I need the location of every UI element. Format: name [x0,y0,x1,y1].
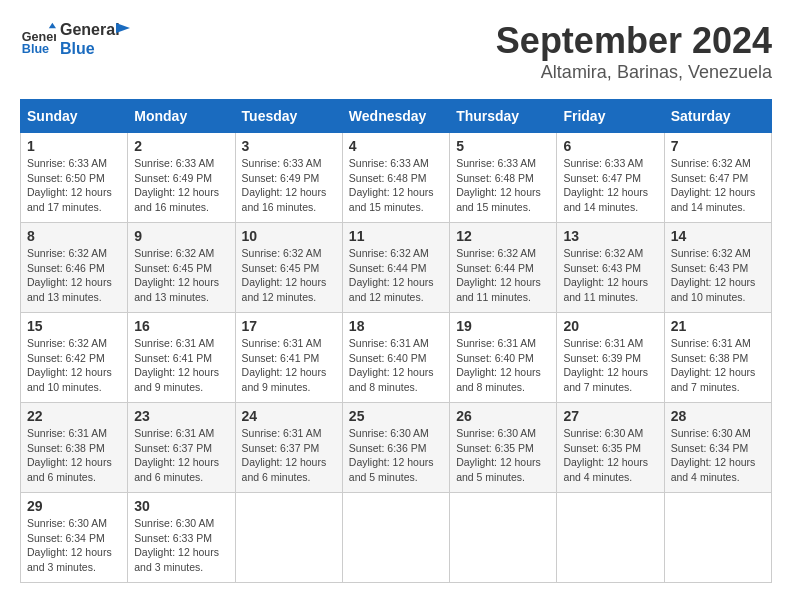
calendar-cell [450,493,557,583]
day-number: 15 [27,318,121,334]
weekday-header-wednesday: Wednesday [342,100,449,133]
day-info: Sunrise: 6:31 AMSunset: 6:37 PMDaylight:… [242,427,327,483]
day-number: 30 [134,498,228,514]
calendar-cell: 27 Sunrise: 6:30 AMSunset: 6:35 PMDaylig… [557,403,664,493]
day-number: 22 [27,408,121,424]
page-header: General Blue General Blue September 2024… [20,20,772,83]
calendar-cell: 30 Sunrise: 6:30 AMSunset: 6:33 PMDaylig… [128,493,235,583]
calendar-cell: 2 Sunrise: 6:33 AMSunset: 6:49 PMDayligh… [128,133,235,223]
week-row-1: 1 Sunrise: 6:33 AMSunset: 6:50 PMDayligh… [21,133,772,223]
svg-marker-2 [49,23,56,28]
calendar-cell: 15 Sunrise: 6:32 AMSunset: 6:42 PMDaylig… [21,313,128,403]
calendar-cell: 5 Sunrise: 6:33 AMSunset: 6:48 PMDayligh… [450,133,557,223]
day-info: Sunrise: 6:31 AMSunset: 6:38 PMDaylight:… [671,337,756,393]
day-info: Sunrise: 6:30 AMSunset: 6:34 PMDaylight:… [671,427,756,483]
day-number: 3 [242,138,336,154]
calendar-table: SundayMondayTuesdayWednesdayThursdayFrid… [20,99,772,583]
week-row-5: 29 Sunrise: 6:30 AMSunset: 6:34 PMDaylig… [21,493,772,583]
day-number: 6 [563,138,657,154]
day-number: 9 [134,228,228,244]
day-info: Sunrise: 6:31 AMSunset: 6:41 PMDaylight:… [242,337,327,393]
calendar-cell: 14 Sunrise: 6:32 AMSunset: 6:43 PMDaylig… [664,223,771,313]
day-number: 23 [134,408,228,424]
day-info: Sunrise: 6:33 AMSunset: 6:48 PMDaylight:… [349,157,434,213]
day-info: Sunrise: 6:33 AMSunset: 6:47 PMDaylight:… [563,157,648,213]
day-number: 16 [134,318,228,334]
day-info: Sunrise: 6:33 AMSunset: 6:49 PMDaylight:… [242,157,327,213]
day-info: Sunrise: 6:32 AMSunset: 6:43 PMDaylight:… [671,247,756,303]
calendar-cell: 17 Sunrise: 6:31 AMSunset: 6:41 PMDaylig… [235,313,342,403]
day-info: Sunrise: 6:30 AMSunset: 6:36 PMDaylight:… [349,427,434,483]
calendar-cell: 29 Sunrise: 6:30 AMSunset: 6:34 PMDaylig… [21,493,128,583]
calendar-cell: 16 Sunrise: 6:31 AMSunset: 6:41 PMDaylig… [128,313,235,403]
day-info: Sunrise: 6:31 AMSunset: 6:38 PMDaylight:… [27,427,112,483]
day-number: 25 [349,408,443,424]
day-number: 27 [563,408,657,424]
weekday-header-thursday: Thursday [450,100,557,133]
day-number: 17 [242,318,336,334]
day-number: 13 [563,228,657,244]
day-number: 4 [349,138,443,154]
location-title: Altamira, Barinas, Venezuela [496,62,772,83]
weekday-header-saturday: Saturday [664,100,771,133]
calendar-cell: 26 Sunrise: 6:30 AMSunset: 6:35 PMDaylig… [450,403,557,493]
day-info: Sunrise: 6:32 AMSunset: 6:42 PMDaylight:… [27,337,112,393]
day-number: 1 [27,138,121,154]
calendar-cell: 28 Sunrise: 6:30 AMSunset: 6:34 PMDaylig… [664,403,771,493]
logo-icon: General Blue [20,21,56,57]
calendar-cell: 20 Sunrise: 6:31 AMSunset: 6:39 PMDaylig… [557,313,664,403]
calendar-cell [235,493,342,583]
day-info: Sunrise: 6:31 AMSunset: 6:40 PMDaylight:… [349,337,434,393]
day-info: Sunrise: 6:30 AMSunset: 6:35 PMDaylight:… [563,427,648,483]
day-number: 21 [671,318,765,334]
calendar-cell: 23 Sunrise: 6:31 AMSunset: 6:37 PMDaylig… [128,403,235,493]
day-number: 7 [671,138,765,154]
weekday-header-row: SundayMondayTuesdayWednesdayThursdayFrid… [21,100,772,133]
day-info: Sunrise: 6:32 AMSunset: 6:45 PMDaylight:… [134,247,219,303]
day-info: Sunrise: 6:32 AMSunset: 6:45 PMDaylight:… [242,247,327,303]
day-number: 8 [27,228,121,244]
calendar-cell: 25 Sunrise: 6:30 AMSunset: 6:36 PMDaylig… [342,403,449,493]
calendar-cell: 11 Sunrise: 6:32 AMSunset: 6:44 PMDaylig… [342,223,449,313]
calendar-cell: 3 Sunrise: 6:33 AMSunset: 6:49 PMDayligh… [235,133,342,223]
logo-flag-icon [116,23,136,43]
calendar-cell: 6 Sunrise: 6:33 AMSunset: 6:47 PMDayligh… [557,133,664,223]
day-info: Sunrise: 6:30 AMSunset: 6:34 PMDaylight:… [27,517,112,573]
week-row-4: 22 Sunrise: 6:31 AMSunset: 6:38 PMDaylig… [21,403,772,493]
day-number: 5 [456,138,550,154]
day-number: 18 [349,318,443,334]
day-info: Sunrise: 6:31 AMSunset: 6:39 PMDaylight:… [563,337,648,393]
month-title: September 2024 [496,20,772,62]
day-info: Sunrise: 6:32 AMSunset: 6:44 PMDaylight:… [349,247,434,303]
title-area: September 2024 Altamira, Barinas, Venezu… [496,20,772,83]
day-number: 24 [242,408,336,424]
day-number: 20 [563,318,657,334]
logo-blue: Blue [60,40,95,57]
day-info: Sunrise: 6:32 AMSunset: 6:46 PMDaylight:… [27,247,112,303]
svg-marker-3 [116,23,130,33]
calendar-cell: 13 Sunrise: 6:32 AMSunset: 6:43 PMDaylig… [557,223,664,313]
calendar-cell [557,493,664,583]
day-number: 2 [134,138,228,154]
day-number: 19 [456,318,550,334]
day-number: 14 [671,228,765,244]
weekday-header-tuesday: Tuesday [235,100,342,133]
week-row-3: 15 Sunrise: 6:32 AMSunset: 6:42 PMDaylig… [21,313,772,403]
day-info: Sunrise: 6:32 AMSunset: 6:44 PMDaylight:… [456,247,541,303]
day-number: 29 [27,498,121,514]
logo: General Blue General Blue [20,20,136,58]
calendar-cell: 24 Sunrise: 6:31 AMSunset: 6:37 PMDaylig… [235,403,342,493]
day-info: Sunrise: 6:33 AMSunset: 6:50 PMDaylight:… [27,157,112,213]
calendar-cell [342,493,449,583]
day-number: 26 [456,408,550,424]
calendar-cell: 18 Sunrise: 6:31 AMSunset: 6:40 PMDaylig… [342,313,449,403]
day-number: 10 [242,228,336,244]
day-info: Sunrise: 6:33 AMSunset: 6:49 PMDaylight:… [134,157,219,213]
day-number: 11 [349,228,443,244]
calendar-cell: 7 Sunrise: 6:32 AMSunset: 6:47 PMDayligh… [664,133,771,223]
day-info: Sunrise: 6:33 AMSunset: 6:48 PMDaylight:… [456,157,541,213]
weekday-header-friday: Friday [557,100,664,133]
day-info: Sunrise: 6:31 AMSunset: 6:41 PMDaylight:… [134,337,219,393]
day-info: Sunrise: 6:30 AMSunset: 6:33 PMDaylight:… [134,517,219,573]
calendar-cell: 12 Sunrise: 6:32 AMSunset: 6:44 PMDaylig… [450,223,557,313]
